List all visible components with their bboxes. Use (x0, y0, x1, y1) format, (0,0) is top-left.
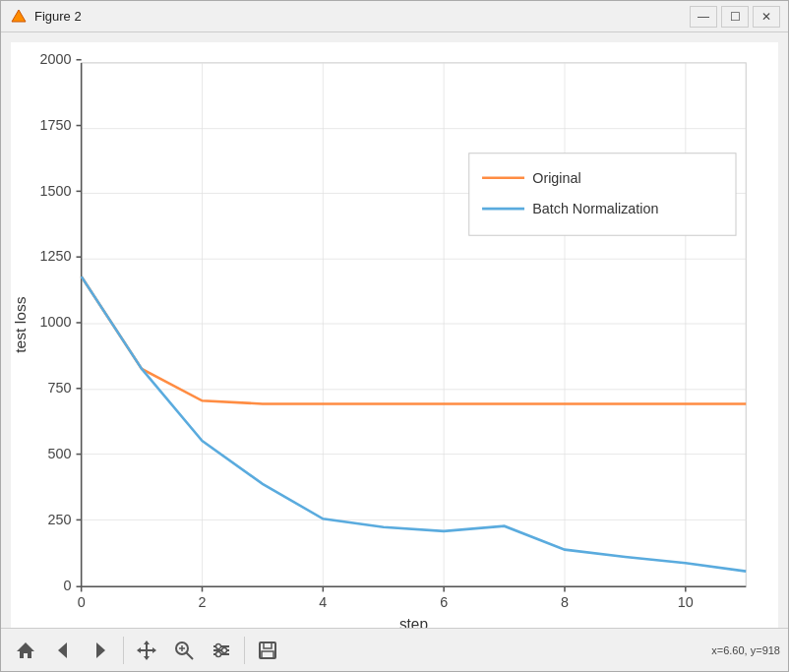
pan-icon (136, 640, 157, 661)
svg-text:0: 0 (78, 594, 86, 610)
svg-text:0: 0 (63, 578, 71, 593)
zoom-icon (173, 640, 195, 661)
save-icon (257, 640, 278, 661)
svg-marker-61 (144, 641, 150, 644)
svg-marker-58 (96, 642, 105, 658)
svg-marker-63 (137, 647, 141, 653)
minimize-button[interactable]: — (690, 6, 717, 28)
svg-marker-0 (12, 10, 26, 22)
forward-button[interactable] (84, 634, 117, 667)
title-bar: Figure 2 — ☐ ✕ (1, 1, 788, 32)
separator-2 (244, 637, 245, 664)
svg-text:2: 2 (199, 594, 207, 610)
svg-text:500: 500 (48, 446, 72, 461)
svg-text:1750: 1750 (40, 117, 72, 133)
svg-rect-77 (262, 651, 273, 658)
svg-rect-51 (469, 153, 736, 236)
save-button[interactable] (251, 634, 284, 667)
chart-svg: 0 250 500 750 1000 1250 1500 1750 2000 (11, 42, 778, 628)
svg-text:test loss: test loss (12, 296, 29, 353)
svg-marker-56 (17, 642, 34, 658)
home-icon (15, 640, 36, 661)
svg-text:4: 4 (319, 594, 327, 610)
svg-text:Original: Original (532, 170, 580, 186)
svg-rect-1 (82, 63, 747, 586)
configure-icon (211, 640, 232, 661)
svg-text:8: 8 (561, 594, 569, 610)
svg-text:250: 250 (48, 511, 72, 526)
forward-icon (90, 640, 111, 661)
svg-marker-57 (58, 642, 67, 658)
back-button[interactable] (46, 634, 80, 667)
toolbar-status: x=6.60, y=918 (711, 644, 780, 656)
main-window: Figure 2 — ☐ ✕ (0, 0, 789, 672)
svg-text:1250: 1250 (40, 248, 72, 264)
svg-line-66 (187, 652, 194, 659)
home-button[interactable] (9, 634, 42, 667)
svg-point-73 (222, 647, 227, 652)
svg-marker-62 (144, 656, 150, 660)
pan-button[interactable] (130, 634, 163, 667)
svg-text:step: step (399, 616, 428, 628)
configure-button[interactable] (205, 634, 238, 667)
zoom-button[interactable] (167, 634, 201, 667)
window-controls: — ☐ ✕ (690, 6, 780, 28)
svg-text:1000: 1000 (40, 314, 72, 330)
close-button[interactable]: ✕ (753, 6, 780, 28)
back-icon (52, 640, 74, 661)
plot-area: 0 250 500 750 1000 1250 1500 1750 2000 (11, 42, 778, 628)
svg-marker-64 (152, 647, 156, 653)
window-title: Figure 2 (34, 9, 690, 24)
toolbar: x=6.60, y=918 (1, 628, 788, 671)
svg-text:750: 750 (48, 380, 72, 396)
svg-text:Batch Normalization: Batch Normalization (532, 201, 658, 216)
svg-text:6: 6 (440, 594, 448, 610)
app-icon (9, 7, 29, 27)
maximize-button[interactable]: ☐ (721, 6, 749, 28)
svg-text:10: 10 (678, 594, 694, 610)
svg-point-72 (216, 643, 221, 648)
svg-text:1500: 1500 (40, 182, 72, 198)
svg-point-74 (216, 651, 221, 656)
separator-1 (123, 637, 124, 664)
svg-text:2000: 2000 (40, 51, 72, 67)
